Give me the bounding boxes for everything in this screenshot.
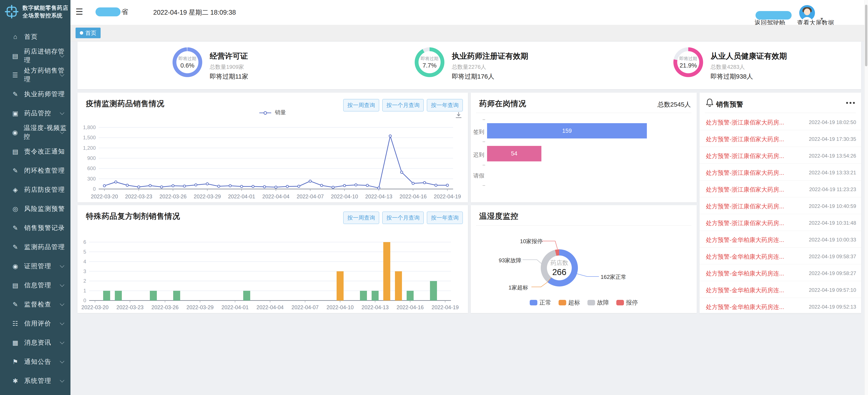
svg-text:2022-04-01: 2022-04-01	[222, 304, 249, 310]
legend-item-故障[interactable]: 故障	[587, 299, 609, 307]
license-ring-chart: 即将过期0.6%	[173, 47, 202, 77]
alert-link[interactable]: 处方预警-浙江康佰家大药房...	[706, 118, 784, 126]
sidebar-item-监测药品管理[interactable]: ✎ 监测药品管理	[0, 237, 70, 257]
stat-total: 总数量1909家	[210, 63, 244, 71]
alert-link[interactable]: 处方预警-浙江康佰家大药房...	[706, 135, 784, 143]
alert-timestamp: 2022-04-19 10:31:48	[809, 220, 856, 226]
alert-link[interactable]: 处方预警-金华柏康大药房连...	[706, 270, 784, 278]
svg-text:2022-04-01: 2022-04-01	[228, 194, 255, 199]
main-content: 即将过期0.6% 经营许可证 总数量1909家 即将过期11家 即将过期7.7%…	[70, 41, 868, 395]
chevron-down-icon	[60, 321, 64, 325]
alert-link[interactable]: 处方预警-浙江康佰家大药房...	[706, 186, 784, 194]
panel-title: 特殊药品复方制剂销售情况	[86, 211, 180, 222]
edit-doc-icon: ✎	[11, 243, 20, 251]
alert-row[interactable]: 处方预警-浙江康佰家大药房... 2022-04-19 10:31:48	[700, 214, 861, 231]
sidebar-item-通知公告[interactable]: ⚑ 通知公告	[0, 352, 70, 371]
alert-row[interactable]: 处方预警-浙江康佰家大药房... 2022-04-19 17:30:35	[700, 130, 861, 147]
download-icon[interactable]	[455, 111, 462, 119]
alert-row[interactable]: 处方预警-浙江康佰家大药房... 2022-04-19 13:54:26	[700, 147, 861, 164]
svg-text:2022-04-04: 2022-04-04	[256, 304, 284, 310]
more-menu-icon[interactable]	[846, 102, 855, 104]
sidebar-item-证照管理[interactable]: ◉ 证照管理	[0, 257, 70, 276]
svg-text:2022-03-20: 2022-03-20	[91, 194, 118, 199]
alert-row[interactable]: 处方预警-金华柏康大药房连... 2022-04-19 09:52:13	[700, 298, 861, 315]
chevron-down-icon	[60, 340, 64, 344]
alert-link[interactable]: 处方预警-浙江康佰家大药房...	[706, 202, 784, 210]
sidebar-item-信用评价[interactable]: ☷ 信用评价	[0, 314, 70, 333]
svg-text:1,500: 1,500	[83, 135, 96, 140]
onduty-bar-chart: 签到159迟到54请假	[471, 92, 697, 202]
chevron-down-icon	[60, 359, 64, 363]
alert-timestamp: 2022-04-19 09:58:37	[809, 254, 856, 259]
app-logo: 数字赋能零售药店 全场景智控系统	[0, 0, 70, 23]
sidebar-item-信息管理[interactable]: ▤ 信息管理	[0, 276, 70, 295]
alert-row[interactable]: 处方预警-金华柏康大药房连... 2022-04-19 09:58:37	[700, 248, 861, 264]
legend-item-超标[interactable]: 超标	[559, 299, 580, 307]
svg-text:900: 900	[87, 155, 96, 161]
province-redaction	[95, 7, 121, 16]
sales-alerts-panel: 销售预警 处方预警-浙江康佰家大药房... 2022-04-19 18:02:5…	[700, 92, 861, 313]
sidebar-item-处方药销售管理[interactable]: ☰ 处方药销售管理	[0, 65, 70, 85]
svg-text:5: 5	[84, 249, 86, 255]
megaphone-icon: ⚑	[11, 358, 20, 365]
sidebar-item-风险监测预警[interactable]: ◎ 风险监测预警	[0, 199, 70, 218]
sidebar-item-执业药师管理[interactable]: ✎ 执业药师管理	[0, 85, 70, 104]
alert-link[interactable]: 处方预警-金华柏康大药房连...	[706, 303, 784, 311]
alert-link[interactable]: 处方预警-浙江康佰家大药房...	[706, 219, 784, 227]
alert-row[interactable]: 处方预警-金华柏康大药房连... 2022-04-19 10:00:33	[700, 231, 861, 248]
alert-row[interactable]: 处方预警-浙江康佰家大药房... 2022-04-19 10:40:59	[700, 197, 861, 214]
alert-link[interactable]: 处方预警-金华柏康大药房连...	[706, 236, 784, 244]
alert-timestamp: 2022-04-19 13:54:26	[809, 153, 856, 159]
alert-link[interactable]: 处方预警-浙江康佰家大药房...	[706, 152, 784, 160]
alert-link[interactable]: 处方预警-浙江康佰家大药房...	[706, 169, 784, 177]
legend-item-正常[interactable]: 正常	[530, 299, 551, 307]
sidebar-item-责令改正通知[interactable]: ▤ 责令改正通知	[0, 142, 70, 161]
special-drug-bar-chart: 01234562022-03-202022-03-232022-03-26202…	[80, 237, 464, 310]
briefcase-icon: ☷	[11, 320, 20, 327]
alert-row[interactable]: 处方预警-浙江康佰家大药房... 2022-04-19 13:33:21	[700, 164, 861, 180]
sidebar-item-闭环检查管理[interactable]: ✎ 闭环检查管理	[0, 161, 70, 180]
query-week-button[interactable]: 按一周查询	[343, 211, 379, 224]
sidebar-item-药品管控[interactable]: ▣ 药品管控	[0, 104, 70, 123]
chart-legend[interactable]: 销量	[78, 109, 468, 116]
sidebar-menu: ⌂ 首页▤ 药店进销存管理☰ 处方药销售管理✎ 执业药师管理▣ 药品管控◉ 温湿…	[0, 27, 70, 390]
alert-link[interactable]: 处方预警-金华柏康大药房连...	[706, 253, 784, 261]
sidebar-item-消息资讯[interactable]: ▦ 消息资讯	[0, 333, 70, 352]
province-suffix: 省	[121, 7, 128, 17]
pharmacy-status-donut: 药店数 266 10家报停 93家故障 1家超标 162家正常 正常 超标 故障…	[471, 225, 697, 313]
query-year-button[interactable]: 按一年查询	[427, 211, 463, 224]
chevron-down-icon	[60, 110, 64, 115]
sidebar-item-系统管理[interactable]: ✱ 系统管理	[0, 371, 70, 390]
scrollbar-thumb[interactable]	[865, 5, 867, 66]
query-month-button[interactable]: 按一个月查询	[382, 211, 424, 224]
query-buttons: 按一周查询 按一个月查询 按一年查询	[343, 211, 463, 224]
menu-toggle-icon[interactable]: ☰	[75, 7, 83, 17]
tab-home[interactable]: 首页	[75, 28, 101, 38]
special-drug-panel: 特殊药品复方制剂销售情况 按一周查询 按一个月查询 按一年查询 01234562…	[78, 205, 468, 313]
sidebar-item-监督检查[interactable]: ✎ 监督检查	[0, 295, 70, 314]
legend-item-报停[interactable]: 报停	[616, 299, 638, 307]
alert-row[interactable]: 处方预警-金华柏康大药房连... 2022-04-19 09:57:10	[700, 281, 861, 298]
alert-row[interactable]: 处方预警-金华柏康大药房连... 2022-04-19 09:58:27	[700, 264, 861, 281]
temp-humidity-panel: 温湿度监控 药店数 266 10家报停 93家故障 1家超标	[471, 205, 697, 313]
alert-timestamp: 2022-04-19 13:33:21	[809, 170, 856, 176]
epidemic-line-chart: 03006009001,2001,5001,8002022-03-202022-…	[80, 124, 464, 201]
svg-text:2022-04-10: 2022-04-10	[327, 304, 354, 310]
svg-text:0: 0	[93, 186, 96, 192]
sidebar-item-药店防疫管理[interactable]: ◈ 药店防疫管理	[0, 180, 70, 199]
legend-line-marker-icon	[259, 111, 271, 114]
svg-text:2022-03-29: 2022-03-29	[187, 304, 214, 310]
sidebar-item-销售预警记录[interactable]: ✎ 销售预警记录	[0, 218, 70, 237]
disc-icon: ◉	[11, 262, 20, 270]
sidebar-item-温湿度-视频监控[interactable]: ◉ 温湿度-视频监控	[0, 123, 70, 142]
chevron-down-icon	[60, 282, 64, 287]
user-avatar[interactable]	[799, 5, 815, 21]
alert-link[interactable]: 处方预警-金华柏康大药房连...	[706, 286, 784, 294]
alert-row[interactable]: 处方预警-浙江康佰家大药房... 2022-04-19 11:23:23	[700, 180, 861, 197]
sidebar-item-首页[interactable]: ⌂ 首页	[0, 27, 70, 46]
epidemic-sales-panel: 疫情监测药品销售情况 按一周查询 按一个月查询 按一年查询 销量 0300600…	[78, 92, 468, 202]
province-selector[interactable]: 省	[95, 7, 128, 17]
alert-timestamp: 2022-04-19 10:40:59	[809, 203, 856, 209]
sidebar-item-药店进销存管理[interactable]: ▤ 药店进销存管理	[0, 46, 70, 65]
alert-row[interactable]: 处方预警-浙江康佰家大药房... 2022-04-19 18:02:50	[700, 113, 861, 130]
